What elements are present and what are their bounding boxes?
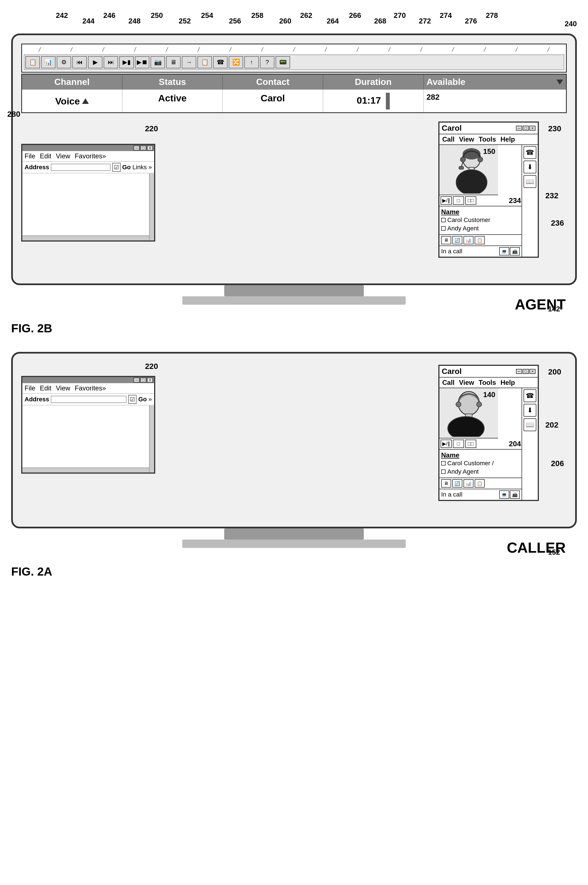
menu-favorites-2a[interactable]: Favorites» (75, 384, 106, 392)
toolbar-icon-12[interactable]: 📋 (197, 56, 212, 68)
carol-btn-3[interactable]: □□ (465, 196, 476, 205)
toolbar-icon-14[interactable]: 🔀 (229, 56, 243, 68)
browser-minimize-btn-2a[interactable]: ─ (134, 378, 140, 382)
carol-footer-icon-3-2a[interactable]: 📊 (464, 479, 474, 488)
browser-maximize-btn-2a[interactable]: □ (140, 378, 146, 382)
ref-278: 278 (486, 11, 498, 20)
carol-footer-icon-2-2b[interactable]: 🔄 (452, 236, 462, 244)
carol-checkbox-andy-2a[interactable] (441, 470, 446, 474)
carol-menu-help-2b[interactable]: Help (501, 135, 515, 143)
menu-file-2a[interactable]: File (25, 384, 36, 392)
menu-edit-2a[interactable]: Edit (40, 384, 51, 392)
toolbar-icon-1[interactable]: 📋 (26, 56, 40, 68)
menu-favorites-2b[interactable]: Favorites» (75, 152, 106, 160)
toolbar-icon-10[interactable]: 🖥 (166, 56, 181, 68)
address-input-2a[interactable] (51, 396, 126, 403)
browser-scrollbar-v-2b[interactable] (149, 173, 154, 240)
carol-play-pause-btn[interactable]: ▶/‖ (441, 196, 452, 205)
browser-close-btn-2b[interactable]: × (147, 146, 153, 150)
toolbar-icon-2[interactable]: 📊 (41, 56, 56, 68)
carol-menu-view-2a[interactable]: View (459, 379, 474, 387)
browser-close-btn-2a[interactable]: × (147, 378, 153, 382)
carol-checkbox-carol-2b[interactable] (441, 218, 446, 222)
carol-side-book-btn-2a[interactable]: 📖 (524, 418, 536, 431)
carol-menu-call-2b[interactable]: Call (442, 135, 454, 143)
ref-242: 242 (56, 11, 68, 20)
toolbar-icon-5[interactable]: ▶ (88, 56, 102, 68)
carol-side-phone-btn-2b[interactable]: ☎ (524, 146, 536, 159)
carol-minimize-2a[interactable]: ─ (516, 369, 522, 374)
carol-menu-tools-2b[interactable]: Tools (478, 135, 496, 143)
carol-status-icon-2-2b[interactable]: 📠 (510, 247, 520, 255)
carol-maximize-2a[interactable]: □ (523, 369, 529, 374)
toolbar-icon-7[interactable]: ▶▮ (119, 56, 134, 68)
toolbar-icon-17[interactable]: 📟 (276, 56, 290, 68)
carol-controls-2a: ▶/‖ □ □□ 204 (440, 438, 522, 450)
carol-menu-call-2a[interactable]: Call (442, 379, 454, 387)
browser-scrollbar-h-2a[interactable] (22, 468, 149, 472)
carol-close-2b[interactable]: × (530, 126, 536, 131)
toolbar-icon-16[interactable]: ? (260, 56, 274, 68)
carol-status-bar-2a: In a call 💻 📠 (440, 489, 522, 500)
menu-edit-2b[interactable]: Edit (40, 152, 51, 160)
carol-checkbox-andy-2b[interactable] (441, 226, 446, 231)
browser-scrollbar-h-2b[interactable] (22, 236, 149, 240)
checkbox-go-2a[interactable]: ☑ (128, 395, 136, 404)
checkbox-go-2b[interactable]: ☑ (112, 163, 121, 172)
browser-titlebar-2b: ─ □ × (22, 145, 154, 151)
available-dropdown-arrow[interactable] (556, 80, 563, 85)
carol-minimize-2b[interactable]: ─ (516, 126, 522, 131)
toolbar-icon-3[interactable]: ⚙ (57, 56, 71, 68)
carol-footer-icon-2-2a[interactable]: 🔄 (452, 479, 462, 488)
carol-menu-tools-2a[interactable]: Tools (478, 379, 496, 387)
carol-footer-icon-4-2b[interactable]: 📋 (475, 236, 485, 244)
carol-controls-2b: ▶/‖ □ □□ 234 (440, 195, 522, 206)
toolbar-icon-9[interactable]: 📷 (150, 56, 165, 68)
carol-side-down-btn-2a[interactable]: ⬇ (524, 404, 536, 417)
toolbar-icon-6[interactable]: ⏭ (104, 56, 118, 68)
carol-side-down-btn-2b[interactable]: ⬇ (524, 160, 536, 173)
ref-220-2b: 220 (145, 124, 158, 133)
duration-value: 01:17 (357, 95, 381, 106)
ref-248: 248 (128, 17, 141, 26)
carol-btn-2[interactable]: □ (453, 196, 464, 205)
menu-view-2b[interactable]: View (56, 152, 70, 160)
carol-maximize-2b[interactable]: □ (523, 126, 529, 131)
browser-minimize-btn-2b[interactable]: ─ (134, 146, 140, 150)
svg-rect-7 (459, 166, 464, 169)
ref-254: 254 (201, 11, 213, 20)
links-btn-2b[interactable]: Links » (132, 164, 152, 171)
carol-footer-icon-1-2a[interactable]: 🖥 (441, 479, 451, 488)
carol-side-book-btn-2b[interactable]: 📖 (524, 175, 536, 188)
browser-scrollbar-v-2a[interactable] (149, 405, 154, 472)
carol-close-2a[interactable]: × (530, 369, 536, 374)
carol-btn-3-2a[interactable]: □□ (465, 440, 476, 448)
toolbar-icon-13[interactable]: ☎ (213, 56, 228, 68)
go-btn-2a[interactable]: Go (138, 396, 147, 403)
carol-status-icon-1-2a[interactable]: 💻 (499, 490, 509, 499)
browser-content-2b (22, 173, 154, 240)
carol-status-icon-2-2a[interactable]: 📠 (510, 490, 520, 499)
carol-status-icon-1-2b[interactable]: 💻 (499, 247, 509, 255)
toolbar-icon-15[interactable]: ↑ (244, 56, 259, 68)
menu-file-2b[interactable]: File (25, 152, 36, 160)
carol-side-phone-btn-2a[interactable]: ☎ (524, 389, 536, 402)
carol-play-pause-btn-2a[interactable]: ▶/‖ (441, 440, 452, 448)
menu-view-2a[interactable]: View (56, 384, 70, 392)
carol-footer-icon-3-2b[interactable]: 📊 (464, 236, 474, 244)
carol-main-2b: 150 ▶/‖ □ □□ 234 Name (440, 145, 522, 256)
carol-footer-icon-1-2b[interactable]: 🖥 (441, 236, 451, 244)
links-btn-2a[interactable]: » (148, 396, 152, 403)
carol-menu-help-2a[interactable]: Help (501, 379, 515, 387)
carol-btn-2-2a[interactable]: □ (453, 440, 464, 448)
carol-checkbox-carol-2a[interactable] (441, 461, 446, 465)
go-btn-2b[interactable]: Go (122, 164, 131, 171)
toolbar-icon-8[interactable]: ▶⏹ (135, 56, 149, 68)
toolbar-icon-4[interactable]: ⏮ (72, 56, 87, 68)
browser-maximize-btn-2b[interactable]: □ (140, 146, 146, 150)
carol-menu-view-2b[interactable]: View (459, 135, 474, 143)
duration-slider[interactable] (386, 93, 390, 110)
address-input-2b[interactable] (51, 164, 111, 171)
toolbar-icon-11[interactable]: → (182, 56, 196, 68)
carol-footer-icon-4-2a[interactable]: 📋 (475, 479, 485, 488)
